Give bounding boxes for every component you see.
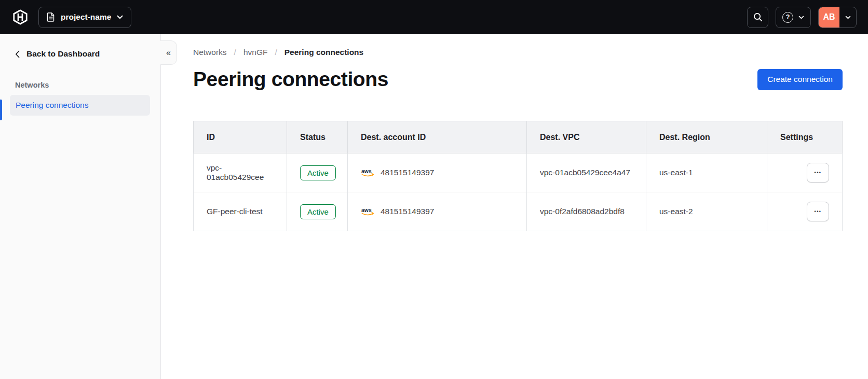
breadcrumb-separator: / bbox=[275, 48, 277, 57]
row-settings-button[interactable]: ••• bbox=[807, 202, 829, 221]
active-item-indicator bbox=[0, 100, 2, 120]
svg-text:aws: aws bbox=[361, 207, 372, 213]
hashicorp-logo-icon bbox=[12, 9, 28, 25]
cell-dest-region: us-east-1 bbox=[646, 153, 767, 192]
sidebar-item-peering-connections[interactable]: Peering connections bbox=[10, 95, 150, 116]
avatar: AB bbox=[819, 7, 839, 27]
cell-settings: ••• bbox=[767, 192, 843, 231]
page-title: Peering connections bbox=[193, 68, 388, 91]
aws-logo-icon: aws bbox=[361, 168, 375, 177]
column-header-status: Status bbox=[287, 121, 348, 153]
status-badge: Active bbox=[300, 165, 336, 180]
breadcrumb-hvn[interactable]: hvnGF bbox=[243, 48, 268, 57]
topbar: project-name ? AB bbox=[0, 0, 868, 34]
account-id-value: 481515149397 bbox=[381, 207, 434, 216]
column-header-id: ID bbox=[194, 121, 287, 153]
status-badge: Active bbox=[300, 204, 336, 219]
back-to-dashboard-label: Back to Dashboard bbox=[26, 49, 100, 59]
cell-id: GF-peer-cli-test bbox=[194, 192, 287, 231]
chevron-down-icon bbox=[845, 16, 851, 19]
cell-settings: ••• bbox=[767, 153, 843, 192]
peering-connections-table: ID Status Dest. account ID Dest. VPC Des… bbox=[193, 121, 843, 231]
search-icon bbox=[753, 12, 763, 22]
table-row: GF-peer-cli-test Active aws bbox=[194, 192, 843, 231]
cell-status: Active bbox=[287, 192, 348, 231]
table-header-row: ID Status Dest. account ID Dest. VPC Des… bbox=[194, 121, 843, 153]
search-button[interactable] bbox=[747, 7, 768, 28]
ellipsis-icon: ••• bbox=[815, 209, 822, 214]
create-connection-button[interactable]: Create connection bbox=[757, 69, 843, 90]
project-name-label: project-name bbox=[61, 12, 111, 22]
project-switcher-button[interactable]: project-name bbox=[38, 7, 131, 28]
breadcrumb-networks[interactable]: Networks bbox=[193, 48, 227, 57]
svg-text:aws: aws bbox=[361, 168, 372, 174]
help-menu-button[interactable]: ? bbox=[776, 7, 811, 28]
ellipsis-icon: ••• bbox=[815, 170, 822, 175]
app-body: Back to Dashboard Networks Peering conne… bbox=[0, 34, 868, 379]
collapse-sidebar-button[interactable]: « bbox=[160, 40, 177, 65]
table-row: vpc-01acb05429cee Active aws bbox=[194, 153, 843, 192]
chevron-down-icon bbox=[798, 16, 804, 19]
cell-dest-vpc: vpc-0f2afd6808ad2bdf8 bbox=[527, 192, 646, 231]
sidebar: Back to Dashboard Networks Peering conne… bbox=[0, 34, 161, 379]
column-header-dest-vpc: Dest. VPC bbox=[527, 121, 646, 153]
document-icon bbox=[47, 12, 55, 22]
aws-logo-icon: aws bbox=[361, 207, 375, 216]
back-to-dashboard-link[interactable]: Back to Dashboard bbox=[0, 47, 100, 61]
column-header-settings: Settings bbox=[767, 121, 843, 153]
main-content: Networks / hvnGF / Peering connections P… bbox=[161, 34, 868, 379]
chevron-left-icon bbox=[15, 50, 20, 58]
cell-id: vpc-01acb05429cee bbox=[194, 153, 287, 192]
cell-status: Active bbox=[287, 153, 348, 192]
cell-dest-region: us-east-2 bbox=[646, 192, 767, 231]
sidebar-section-networks: Networks bbox=[15, 81, 160, 89]
breadcrumb: Networks / hvnGF / Peering connections bbox=[193, 48, 843, 57]
chevron-down-icon bbox=[117, 15, 123, 19]
account-id-value: 481515149397 bbox=[381, 168, 434, 177]
cell-dest-vpc: vpc-01acb05429cee4a47 bbox=[527, 153, 646, 192]
hashicorp-logo[interactable] bbox=[12, 9, 28, 25]
breadcrumb-current: Peering connections bbox=[284, 48, 363, 57]
column-header-dest-account-id: Dest. account ID bbox=[348, 121, 527, 153]
breadcrumb-separator: / bbox=[234, 48, 236, 57]
column-header-dest-region: Dest. Region bbox=[646, 121, 767, 153]
row-settings-button[interactable]: ••• bbox=[807, 163, 829, 183]
sidebar-item-label: Peering connections bbox=[16, 101, 88, 110]
help-icon: ? bbox=[782, 12, 793, 23]
cell-dest-account-id: aws 481515149397 bbox=[348, 153, 527, 192]
cell-dest-account-id: aws 481515149397 bbox=[348, 192, 527, 231]
user-menu-button[interactable]: AB bbox=[818, 7, 857, 28]
collapse-icon: « bbox=[166, 48, 171, 58]
